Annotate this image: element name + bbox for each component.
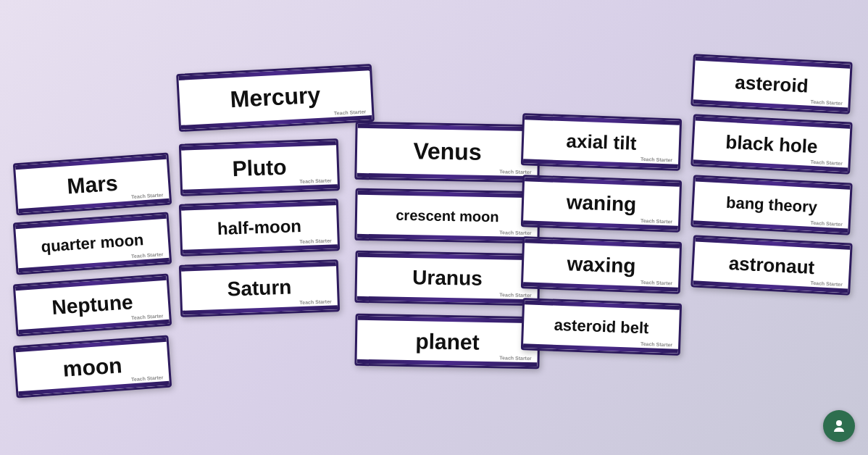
brand-label: Teach Starter: [299, 238, 331, 245]
card-text-asteroid-belt: asteroid belt: [554, 317, 649, 338]
brand-label: Teach Starter: [499, 292, 531, 298]
card-text-mercury: Mercury: [230, 83, 321, 113]
card-text-bang-theory: bang theory: [726, 194, 818, 217]
card-asteroid: asteroidTeach Starter: [690, 54, 852, 114]
card-astronaut: astronautTeach Starter: [690, 235, 852, 295]
scene: MercuryTeach StarterMarsTeach Starterqua…: [0, 0, 868, 455]
card-axial-tilt: axial tiltTeach Starter: [521, 113, 682, 171]
card-text-half-moon: half-moon: [217, 217, 302, 238]
card-text-axial-tilt: axial tilt: [566, 130, 637, 154]
brand-label: Teach Starter: [299, 178, 331, 185]
card-quarter-moon: quarter moonTeach Starter: [13, 212, 172, 275]
card-text-astronaut: astronaut: [728, 253, 815, 278]
brand-label: Teach Starter: [131, 313, 164, 320]
brand-label: Teach Starter: [640, 341, 672, 348]
brand-label: Teach Starter: [810, 99, 843, 106]
brand-label: Teach Starter: [499, 355, 531, 361]
card-text-moon: moon: [62, 353, 123, 381]
brand-label: Teach Starter: [299, 299, 331, 306]
card-mercury: MercuryTeach Starter: [176, 64, 375, 132]
card-text-pluto: Pluto: [232, 154, 287, 180]
brand-label: Teach Starter: [131, 375, 164, 382]
card-text-neptune: Neptune: [51, 291, 134, 320]
card-black-hole: black holeTeach Starter: [690, 114, 852, 174]
brand-label: Teach Starter: [810, 159, 843, 166]
card-bang-theory: bang theoryTeach Starter: [690, 175, 852, 235]
card-uranus: UranusTeach Starter: [354, 251, 540, 306]
card-text-black-hole: black hole: [725, 131, 818, 156]
card-pluto: PlutoTeach Starter: [179, 138, 340, 196]
card-planet: planetTeach Starter: [354, 314, 540, 369]
brand-label: Teach Starter: [640, 280, 672, 286]
card-neptune: NeptuneTeach Starter: [13, 274, 172, 337]
card-text-waxing: waxing: [567, 253, 636, 277]
card-waning: waningTeach Starter: [521, 175, 682, 233]
card-asteroid-belt: asteroid beltTeach Starter: [521, 298, 682, 356]
card-text-planet: planet: [415, 329, 480, 354]
card-text-crescent-moon: crescent moon: [396, 207, 499, 225]
brand-label: Teach Starter: [499, 169, 531, 175]
card-half-moon: half-moonTeach Starter: [179, 199, 340, 256]
card-waxing: waxingTeach Starter: [521, 236, 682, 294]
card-text-uranus: Uranus: [412, 267, 483, 290]
brand-label: Teach Starter: [810, 280, 843, 287]
card-text-quarter-moon: quarter moon: [41, 231, 144, 256]
card-text-mars: Mars: [66, 170, 118, 198]
card-text-venus: Venus: [413, 139, 482, 166]
svg-point-0: [836, 420, 842, 426]
card-saturn: SaturnTeach Starter: [179, 259, 340, 317]
brand-label: Teach Starter: [640, 156, 672, 163]
brand-label: Teach Starter: [640, 218, 672, 225]
card-venus: VenusTeach Starter: [354, 122, 540, 183]
brand-label: Teach Starter: [334, 109, 367, 115]
card-moon: moonTeach Starter: [13, 335, 172, 398]
card-crescent-moon: crescent moonTeach Starter: [354, 188, 540, 243]
brand-label: Teach Starter: [499, 230, 531, 235]
teachstarter-logo-button[interactable]: [823, 410, 855, 442]
brand-label: Teach Starter: [810, 220, 843, 227]
card-text-waning: waning: [566, 191, 636, 216]
card-mars: MarsTeach Starter: [13, 153, 172, 216]
card-text-asteroid: asteroid: [735, 72, 809, 96]
card-text-saturn: Saturn: [227, 276, 292, 301]
brand-label: Teach Starter: [131, 251, 164, 259]
brand-label: Teach Starter: [131, 192, 164, 199]
